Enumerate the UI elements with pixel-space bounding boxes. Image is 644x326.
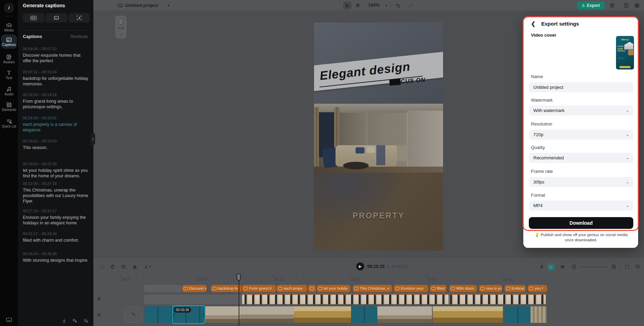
video-clip-flyer[interactable] (145, 306, 172, 323)
hand-tool-button[interactable] (354, 1, 362, 10)
video-clip-ballroom[interactable] (433, 306, 503, 323)
lyrics-recognition-button[interactable] (68, 13, 90, 22)
crop-clip-button[interactable] (120, 263, 127, 271)
redo-button[interactable] (406, 1, 415, 10)
keyboard-shortcuts-button[interactable] (1, 317, 17, 323)
timeline-caption-clip[interactable]: now is yo (479, 285, 502, 292)
timeline-caption-clip[interactable]: This Christmas, u (353, 285, 392, 292)
timeline-caption-clip[interactable]: you f (528, 285, 547, 292)
video-clip-flyer[interactable] (505, 306, 531, 323)
caption-list-item[interactable]: 00:19:03 – 00:22:30 let your holiday spi… (23, 162, 89, 179)
caption-search-button[interactable] (83, 318, 89, 323)
select-tool-button[interactable] (343, 1, 351, 10)
trim-handle-left[interactable]: ❮ (173, 310, 175, 319)
project-name[interactable]: Untitled project (125, 3, 158, 8)
zoom-level[interactable]: 100% (368, 3, 379, 8)
timeline-caption-clip[interactable]: With stunn (449, 285, 477, 292)
caption-list-item[interactable]: 00:22:30 – 00:27:19 This Christmas, unwr… (23, 181, 89, 204)
sidebar-item-captions[interactable]: Captions (1, 35, 17, 49)
fullscreen-timeline-button[interactable] (623, 263, 631, 271)
settings-button[interactable] (633, 1, 641, 10)
layout-toggle-button[interactable] (622, 1, 630, 10)
download-chevron-icon[interactable]: ▾ (149, 265, 151, 268)
trim-handle-right[interactable]: ❯ (202, 310, 205, 319)
play-button[interactable]: ▶ (356, 262, 364, 270)
split-view-button[interactable] (559, 263, 566, 271)
timeline-caption-clip[interactable]: Embrac (505, 285, 526, 292)
timeline-caption-clip[interactable]: backdrop fo (211, 285, 241, 292)
timeline-caption-clip[interactable]: From grand li (242, 285, 276, 292)
avatar-track-mute-button[interactable] (97, 296, 102, 301)
name-input[interactable] (533, 83, 627, 92)
shortcuts-link[interactable]: Shortcuts (70, 34, 88, 39)
video-clip-selected[interactable]: 00:03:26 ❮ ❯ (172, 305, 205, 324)
caption-track-placeholder[interactable] (144, 285, 182, 292)
video-clip-interior[interactable] (205, 306, 240, 323)
video-clip-interior[interactable] (240, 306, 294, 323)
app-logo-icon[interactable]: / (4, 3, 13, 12)
timeline-zoom-in-button[interactable] (610, 263, 617, 271)
caption-list-item[interactable]: 00:31:17 – 00:33:24 filled with charm an… (23, 232, 89, 243)
video-clip-ballroom[interactable] (294, 306, 351, 323)
video-clip-flyer[interactable] (351, 306, 377, 323)
timeline-caption-clip[interactable]: let your holida (317, 285, 350, 292)
download-button[interactable]: Download (529, 217, 633, 229)
timeline-caption-clip[interactable]: each prope (277, 285, 307, 292)
format-select[interactable]: MP4⌄ (529, 201, 633, 211)
video-cover-thumbnail[interactable]: Merry LUXURY HOME FOR SALE (616, 36, 634, 69)
video-track-mute-button[interactable] (97, 313, 102, 317)
sidebar-item-elements[interactable]: Elements (1, 100, 17, 114)
playhead-handle[interactable] (237, 273, 241, 281)
translate-captions-button[interactable] (72, 318, 77, 323)
render-queue-button[interactable] (608, 1, 616, 10)
video-clip-curtain[interactable] (531, 306, 546, 323)
caption-list-item[interactable]: 00:04:04 – 00:07:12 Discover exquisite h… (23, 47, 89, 64)
caption-list-item-active[interactable]: 00:14:18 – 00:18:01 each property is a c… (23, 116, 89, 133)
timeline-caption-clip[interactable]: filled (430, 285, 447, 292)
sidebar-item-media[interactable]: Media (1, 20, 17, 34)
caption-list-item[interactable]: 00:27:19 – 00:31:17 Envision your family… (23, 209, 89, 226)
tiktok-icon[interactable]: ♪ (115, 32, 127, 36)
voiceover-button[interactable] (538, 263, 545, 271)
export-captions-button[interactable] (62, 318, 67, 323)
delete-clip-button[interactable] (109, 263, 117, 271)
auto-captions-button[interactable]: CC (23, 13, 44, 22)
timeline-ruler[interactable]: 00:00 00:10 00:20 00:30 00:40 00:50 (93, 274, 644, 283)
aspect-ratio-widget[interactable]: 9:16 ♪ (115, 16, 127, 39)
caption-list-item[interactable]: 00:33:24 – 00:36:30 With stunning design… (23, 252, 89, 263)
preview-display-button[interactable] (634, 263, 641, 271)
timeline-zoom-slider[interactable] (580, 267, 608, 267)
frame-rate-select[interactable]: 30fps⌄ (529, 177, 633, 187)
sidebar-item-text[interactable]: T Text (1, 68, 17, 82)
manual-captions-button[interactable] (46, 13, 67, 22)
caption-list-item[interactable]: 00:18:01 – 00:19:03 This season, (23, 139, 89, 150)
caption-list-item[interactable]: 00:10:24 – 00:14:18 From grand living ar… (23, 93, 89, 110)
undo-button[interactable] (394, 1, 402, 10)
timeline-zoom-out-button[interactable] (570, 263, 578, 271)
resolution-select[interactable]: 720p⌄ (529, 130, 633, 140)
auto-captions-track-button[interactable]: ▦ (547, 263, 555, 271)
quality-select[interactable]: Recommended⌄ (529, 153, 633, 163)
zoom-chevron-icon[interactable]: ▾ (382, 1, 390, 10)
watermark-select[interactable]: With watermark⌄ (529, 105, 633, 115)
download-frame-button[interactable] (142, 263, 150, 271)
timeline-caption-clip[interactable] (308, 285, 316, 292)
avatar-track-placeholder[interactable] (144, 295, 242, 304)
caption-list-item[interactable]: 00:07:12 – 00:10:24 backdrop for unforge… (23, 70, 89, 87)
video-preview[interactable]: Elegant design CUS ON PROPERTY (314, 22, 443, 251)
avatar-clip[interactable] (242, 295, 546, 304)
video-clip-interior[interactable] (377, 306, 432, 323)
sidebar-item-audio[interactable]: Audio (1, 84, 17, 98)
sidebar-item-quick-cut[interactable]: Quick cut (1, 116, 17, 130)
timeline-caption-clip[interactable]: Discover e (182, 285, 206, 292)
export-button[interactable]: Export (577, 1, 605, 10)
portrait-ratio-icon (119, 18, 123, 25)
cover-edit-button[interactable]: ✎ (125, 306, 142, 323)
back-button[interactable]: ❮ (531, 20, 535, 27)
sidebar-item-avatars[interactable]: Avatars (1, 52, 17, 66)
mirror-clip-button[interactable] (131, 263, 138, 271)
panel-collapse-handle[interactable]: ❮ (91, 133, 95, 145)
project-menu-chevron-icon[interactable]: ▾ (164, 1, 173, 10)
timeline-caption-clip[interactable]: Envision your (394, 285, 428, 292)
split-tool-button[interactable] (99, 263, 106, 271)
